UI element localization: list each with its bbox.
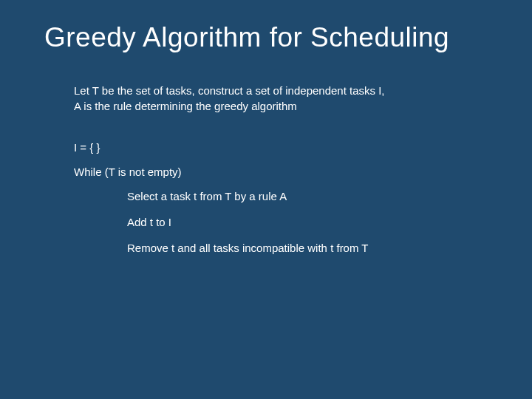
algorithm-step-remove: Remove t and all tasks incompatible with…	[74, 240, 488, 256]
intro-line-2: A is the rule determining the greedy alg…	[74, 98, 488, 114]
slide-title: Greedy Algorithm for Scheduling	[44, 22, 488, 53]
algorithm-step-select: Select a task t from T by a rule A	[74, 188, 488, 204]
algorithm-body: Select a task t from T by a rule A Add t…	[74, 188, 488, 256]
algorithm-step-add: Add t to I	[74, 214, 488, 230]
slide-content: Let T be the set of tasks, construct a s…	[44, 83, 488, 256]
algorithm-init: I = { }	[74, 140, 488, 155]
intro-line-1: Let T be the set of tasks, construct a s…	[74, 83, 488, 98]
intro-block: Let T be the set of tasks, construct a s…	[74, 83, 488, 114]
algorithm-while: While (T is not empty)	[74, 164, 488, 180]
slide-container: Greedy Algorithm for Scheduling Let T be…	[0, 0, 532, 399]
